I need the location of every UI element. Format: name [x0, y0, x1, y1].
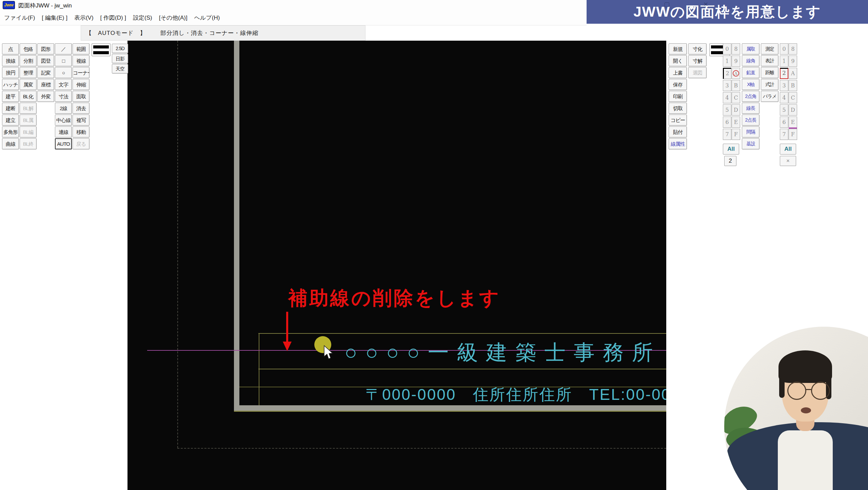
toolbar-button[interactable]: 外変 [37, 91, 54, 102]
toolbar-button[interactable]: 天空 [112, 64, 128, 74]
toolbar-button[interactable]: 多角形 [2, 126, 19, 138]
layer-button[interactable]: 1 [780, 56, 788, 67]
layer-button[interactable]: 4 [780, 92, 788, 103]
menu-item[interactable]: ヘルプ(H) [194, 14, 220, 22]
toolbar-button[interactable]: 線属性 [669, 138, 687, 149]
toolbar-button[interactable]: 新規 [669, 43, 687, 55]
layer-group-button[interactable]: E [732, 117, 740, 128]
menu-item[interactable]: 設定(S) [133, 14, 152, 22]
layer-button[interactable]: 8 [789, 43, 797, 55]
toolbar-button[interactable]: 線角 [742, 55, 760, 66]
layer-group-button[interactable]: 7 [723, 129, 731, 140]
toolbar-button[interactable]: 距離 [761, 67, 778, 78]
toolbar-button[interactable]: 図形 [37, 43, 54, 55]
toolbar-button[interactable]: 中心線 [55, 115, 72, 126]
layer-button[interactable]: 9 [789, 56, 797, 67]
layer-group-button[interactable]: 9 [732, 56, 740, 67]
layer-button[interactable]: 5 [780, 104, 788, 116]
layer-group-button[interactable]: 2 [723, 68, 731, 79]
toolbar-button[interactable]: 貼付 [669, 126, 687, 138]
toolbar-button[interactable]: ○ [55, 67, 72, 78]
toolbar-button[interactable]: 基設 [742, 138, 760, 149]
layer-group-all-button[interactable]: All [723, 144, 739, 155]
layer-group-button[interactable]: D [732, 104, 740, 116]
toolbar-button[interactable]: 連線 [55, 126, 72, 138]
menu-item[interactable]: [ 作図(D) ] [100, 14, 126, 22]
toolbar-button[interactable]: パラメ [761, 91, 778, 102]
layer-group-button[interactable]: 6 [723, 117, 731, 128]
layer-button[interactable]: 7 [780, 129, 788, 140]
layer-button[interactable]: A [789, 68, 797, 79]
toolbar-button[interactable]: 接円 [2, 67, 19, 78]
toolbar-button[interactable]: 建断 [2, 103, 19, 114]
menu-item[interactable]: [ 編集(E) ] [42, 14, 67, 22]
toolbar-button[interactable]: 建平 [2, 91, 19, 102]
layer-button[interactable]: B [789, 80, 797, 91]
toolbar-button[interactable]: コーナー [73, 67, 90, 78]
layer-close-button[interactable]: × [780, 156, 796, 166]
toolbar-button[interactable]: 線長 [742, 103, 760, 114]
toolbar-button[interactable]: 図登 [37, 55, 54, 66]
toolbar-button[interactable]: 移動 [73, 126, 90, 138]
toolbar-button[interactable]: 寸化 [688, 43, 707, 55]
layer-group-button[interactable]: 8 [732, 43, 740, 55]
layer-all-button[interactable]: All [780, 144, 796, 155]
layer-button[interactable]: 2 [780, 68, 788, 79]
menu-item[interactable]: ファイル(F) [4, 14, 35, 22]
layer-group-button[interactable]: F [732, 129, 740, 140]
toolbar-button[interactable]: 包絡 [20, 43, 37, 55]
layer-button[interactable]: E [789, 117, 797, 128]
layer-button[interactable]: 0 [780, 43, 788, 55]
layer-button[interactable]: 6 [780, 117, 788, 128]
line-attribute-swatch[interactable] [92, 43, 111, 56]
toolbar-button[interactable]: 文字 [55, 79, 72, 90]
toolbar-button[interactable]: 切取 [669, 103, 687, 114]
layer-group-button[interactable]: B [732, 80, 740, 91]
toolbar-button[interactable]: 測定 [761, 43, 778, 55]
toolbar-button[interactable]: 属変 [20, 79, 37, 90]
toolbar-button[interactable]: 鉛直 [742, 67, 760, 78]
layer-button[interactable]: 3 [780, 80, 788, 91]
toolbar-button[interactable]: □ [55, 55, 72, 66]
toolbar-button[interactable]: 印刷 [669, 91, 687, 102]
toolbar-button[interactable]: 寸法 [55, 91, 72, 102]
toolbar-button[interactable]: 保存 [669, 79, 687, 90]
toolbar-button[interactable]: 複写 [73, 115, 90, 126]
toolbar-button[interactable]: 2点長 [742, 115, 760, 126]
layer-group-button[interactable]: 4 [723, 92, 731, 103]
toolbar-button[interactable]: 消去 [73, 103, 90, 114]
toolbar-button[interactable]: 整理 [20, 67, 37, 78]
toolbar-button[interactable]: 記変 [37, 67, 54, 78]
toolbar-button[interactable]: 2線 [55, 103, 72, 114]
toolbar-button[interactable]: 複線 [73, 55, 90, 66]
scale-button[interactable]: 2 [724, 156, 736, 166]
toolbar-button[interactable]: 範囲 [73, 43, 90, 55]
toolbar-button[interactable]: コピー [669, 115, 687, 126]
drawing-canvas[interactable]: ○○○○一級建築士事務所 〒000-0000 住所住所住所 TEL:00-000… [127, 41, 666, 490]
toolbar-button[interactable]: 表計 [761, 55, 778, 66]
layer-button[interactable]: D [789, 104, 797, 116]
toolbar-button[interactable]: 開く [669, 55, 687, 66]
layer-group-button[interactable]: 1 [723, 56, 731, 67]
toolbar-button[interactable]: ハッチ [2, 79, 19, 90]
toolbar-button[interactable]: 間隔 [742, 126, 760, 138]
menu-item[interactable]: [その他(A)] [159, 14, 188, 22]
toolbar-button[interactable]: 分割 [20, 55, 37, 66]
toolbar-button[interactable]: 寸解 [688, 55, 707, 66]
toolbar-button[interactable]: 式計 [761, 79, 778, 90]
layer-group-button[interactable]: A [732, 68, 740, 79]
toolbar-button[interactable]: AUTO [55, 138, 72, 149]
toolbar-button[interactable]: 日影 [112, 54, 128, 63]
toolbar-button[interactable]: 接線 [2, 55, 19, 66]
toolbar-button[interactable]: 2.5D [112, 44, 128, 53]
toolbar-button[interactable]: BL化 [20, 91, 37, 102]
toolbar-button[interactable]: ／ [55, 43, 72, 55]
toolbar-button[interactable]: X軸 [742, 79, 760, 90]
layer-button[interactable]: C [789, 92, 797, 103]
toolbar-button[interactable]: 座標 [37, 79, 54, 90]
layer-group-button[interactable]: 0 [723, 43, 731, 55]
toolbar-button[interactable]: 上書 [669, 67, 687, 78]
toolbar-button[interactable]: 曲線 [2, 138, 19, 149]
toolbar-button[interactable]: 伸縮 [73, 79, 90, 90]
toolbar-button[interactable]: 面取 [73, 91, 90, 102]
